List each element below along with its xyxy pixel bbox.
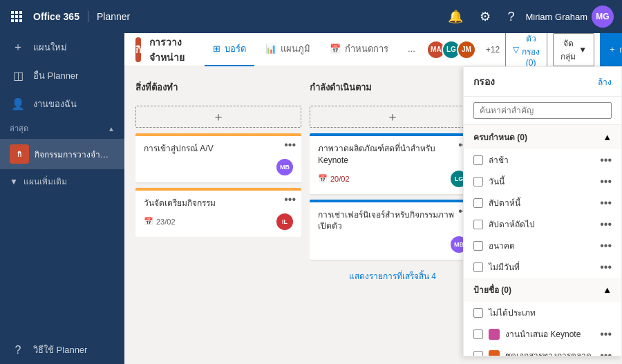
filter-label-items: ไม่ได้ประเภท งานนำเสนอ Keynote ••• ชุดเอ… [464,302,621,356]
top-bar-right: 🔔 ⚙ ? Miriam Graham MG [442,6,622,28]
member-avatars[interactable]: MA LG JM [426,40,476,59]
filter-due-today[interactable]: วันนี้ ••• [464,171,621,192]
filter-label-marketing[interactable]: ชุดเอกสารทางการตลาด ••• [464,345,621,356]
label-color-dot [489,350,500,357]
gear-icon[interactable]: ⚙ [474,6,496,27]
filter-button[interactable]: ▽ ตัวกรอง (0) [505,33,547,71]
checkbox[interactable] [473,198,483,208]
filter-section-label[interactable]: ป้ายชื่อ (0) ▲ [464,278,621,302]
chevron-up-label: ▲ [603,285,612,295]
chevron-up-icon[interactable]: ▲ [108,125,115,133]
dots-icon[interactable]: ••• [600,197,612,209]
show-more[interactable]: แสดงรายการที่เสร็จสิ้น 4 [310,265,475,287]
svg-rect-6 [11,19,14,22]
card-bar [310,133,475,136]
checkbox[interactable] [473,177,483,186]
label-color-dot [489,329,500,340]
checkbox[interactable] [473,308,483,318]
checkbox[interactable] [473,351,483,357]
card-bar [135,133,301,136]
sidebar-bottom: ? วิธีใช้ Planner [0,336,97,364]
checkbox[interactable] [473,220,483,229]
filter-search-input[interactable] [473,102,612,119]
card-dots[interactable]: ••• [284,139,296,151]
card-meta: MB [318,236,467,253]
help-icon[interactable]: ? [502,7,520,27]
filter-clear-button[interactable]: ล้าง [598,75,612,88]
checkbox[interactable] [473,155,483,165]
dots-icon[interactable]: ••• [600,154,612,166]
plan-icon: กิ [10,144,29,164]
filter-due-future[interactable]: อนาคต ••• [464,235,621,256]
filter-header: กรอง ล้าง [464,67,621,97]
card-title: ภาพวาดผลิตภัณฑ์สดที่นำสำหรับ Keynote [318,140,467,166]
dots-icon[interactable]: ••• [600,261,612,274]
card-furniture[interactable]: ••• การเช่าเฟอร์นิเจอร์สำหรับกิจกรรมภาพเ… [310,200,475,260]
filter-due-title: ครบกำหนด (0) [473,131,527,144]
filter-label-none[interactable]: ไม่ได้ประเภท [464,302,621,323]
card-avatar: IL [276,213,293,230]
sidebar-add-plan[interactable]: ▼ แผนเพิ่มเติม [0,169,124,193]
chevron-up-due: ▲ [603,132,612,142]
sidebar-item-other-planner[interactable]: ◫ อื่น Planner [0,61,124,90]
card-keynote-draw[interactable]: ••• ภาพวาดผลิตภัณฑ์สดที่นำสำหรับ Keynote… [310,133,475,194]
filter-due-nextweek[interactable]: สัปดาห์ถัดไป ••• [464,213,621,235]
sidebar-item-my-tasks[interactable]: 👤 งานของฉัน [0,90,124,118]
recent-label: ล่าสุด [10,122,28,135]
svg-rect-5 [19,15,22,18]
filter-section-due[interactable]: ครบกำหนด (0) ▲ [464,125,621,149]
planner-label: Planner [97,11,130,22]
filter-panel: กรอง ล้าง ครบกำหนด (0) ▲ ล่าช้า ••• วันน… [463,66,622,356]
filter-label-keynote[interactable]: งานนำเสนอ Keynote ••• [464,323,621,345]
dots-icon[interactable]: ••• [600,175,612,188]
tab-more[interactable]: ... [399,33,424,66]
card-avatar: MB [276,159,293,175]
sub-header: กิ กิจกรรมการวางจำหน่ายผลิตภัณฑ์ ⊞ บอร์ด… [124,33,622,66]
waffle-icon[interactable] [0,0,33,33]
calendar-icon: 📅 [144,217,153,226]
sidebar-plan-label: กิจกรรมการวางจำหน่าย... [35,148,111,161]
column-header-todo: สิ่งที่ต้องทำ [135,77,301,100]
dots-icon[interactable]: ••• [600,328,612,341]
dots-icon[interactable]: ••• [600,240,612,252]
card-av[interactable]: ••• การเข้าสู่ปกรณ์ A/V MB [135,133,301,182]
add-card-inprogress[interactable]: ＋ [310,106,475,128]
filter-due-nodate[interactable]: ไม่มีวันที่ ••• [464,256,621,278]
bell-icon[interactable]: 🔔 [442,6,469,27]
add-card-todo[interactable]: ＋ [135,106,301,128]
avatar-jm: JM [457,40,476,59]
group-button[interactable]: จัดกลุ่ม ▼ [553,33,594,66]
person-icon: 👤 [10,97,26,111]
sidebar-new-plan-label: แผนใหม่ [33,40,67,55]
filter-due-items: ล่าช้า ••• วันนี้ ••• สัปดาห์นี้ ••• สัป… [464,149,621,278]
sidebar-help-label: วิธีใช้ Planner [33,343,87,357]
tab-board[interactable]: ⊞ บอร์ด [205,33,254,66]
plus-icon: ＋ [10,40,26,55]
card-title: การเช่าเฟอร์นิเจอร์สำหรับกิจกรรมภาพเปิดต… [318,207,467,233]
card-prepare[interactable]: ••• วันจัดเตรียมกิจกรรม 📅 23/02 IL [135,188,301,237]
filter-due-thisweek[interactable]: สัปดาห์นี้ ••• [464,192,621,213]
filter-due-late[interactable]: ล่าช้า ••• [464,149,621,171]
checkbox[interactable] [473,241,483,251]
plan-icon-large: กิ [135,37,141,62]
filter-icon: ▽ [513,45,519,55]
tab-schedule[interactable]: 📅 กำหนดการ [321,33,397,66]
sidebar-help[interactable]: ? วิธีใช้ Planner [0,336,97,364]
checkbox[interactable] [473,329,483,339]
card-dots[interactable]: ••• [284,193,296,206]
group-chevron-icon: ▼ [578,45,587,55]
checkbox[interactable] [473,262,483,272]
user-menu[interactable]: Miriam Graham MG [525,6,614,28]
board-tab-icon: ⊞ [213,44,220,54]
card-meta: MB [144,159,293,175]
sidebar-item-new-plan[interactable]: ＋ แผนใหม่ [0,33,124,61]
filter-search [464,97,621,125]
card-title: การเข้าสู่ปกรณ์ A/V [144,140,293,155]
tab-charts[interactable]: 📊 แผนภูมิ [257,33,319,66]
column-cards-inprogress: ••• ภาพวาดผลิตภัณฑ์สดที่นำสำหรับ Keynote… [310,133,475,287]
dots-icon[interactable]: ••• [600,349,612,357]
dots-icon[interactable]: ••• [600,218,612,231]
add-plan-label: แผนเพิ่มเติม [23,175,67,188]
sidebar-plan-item-active[interactable]: กิ กิจกรรมการวางจำหน่าย... [0,139,124,169]
card-meta: 📅 23/02 IL [144,213,293,230]
